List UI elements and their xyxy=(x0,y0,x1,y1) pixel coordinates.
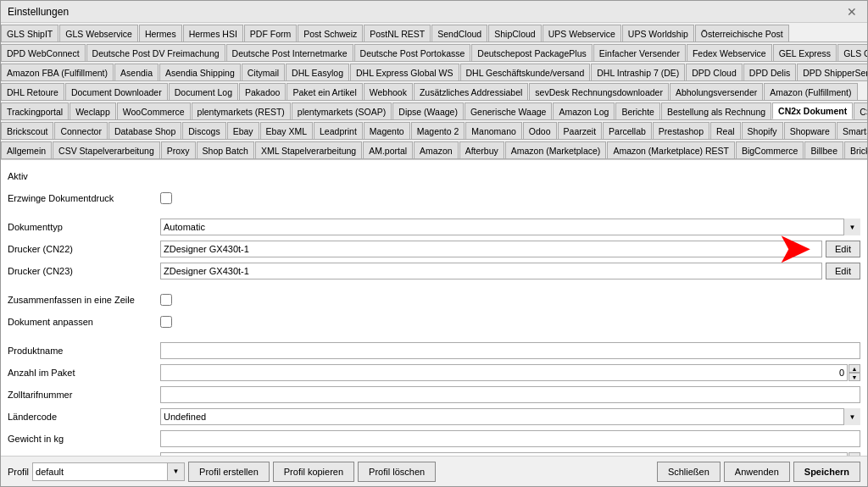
tab-dpd-cloud[interactable]: DPD Cloud xyxy=(686,64,743,80)
speichern-button[interactable]: Speichern xyxy=(793,462,860,482)
tab-am.portal[interactable]: AM.portal xyxy=(363,141,413,158)
tab-parcellab[interactable]: Parcellab xyxy=(603,122,652,139)
tab-document-log[interactable]: Document Log xyxy=(169,83,238,100)
produktname-input[interactable] xyxy=(160,342,860,359)
tab-document-downloader[interactable]: Document Downloader xyxy=(65,83,168,100)
tab-dhl-easylog[interactable]: DHL Easylog xyxy=(286,64,349,80)
tab-dhl-intraship-7-de-[interactable]: DHL Intraship 7 (DE) xyxy=(591,64,685,80)
tab-post-schweiz[interactable]: Post Schweiz xyxy=(298,25,363,42)
profil-erstellen-button[interactable]: Profil erstellen xyxy=(188,462,270,482)
tab-gls-shipit[interactable]: GLS ShipIT xyxy=(1,25,58,42)
tab-zusätzliches-addressiabel[interactable]: Zusätzliches Addressiabel xyxy=(414,83,528,100)
tab-webhook[interactable]: Webhook xyxy=(364,83,413,100)
erzwinge-checkbox[interactable] xyxy=(160,192,172,204)
drucker-cn23-input[interactable] xyxy=(160,263,822,279)
tab-real[interactable]: Real xyxy=(710,122,741,139)
tab-allgemein[interactable]: Allgemein xyxy=(1,141,52,158)
tab-shopware[interactable]: Shopware xyxy=(784,122,836,139)
tab-bigcommerce[interactable]: BigCommerce xyxy=(736,141,804,158)
tab-magento-2[interactable]: Magento 2 xyxy=(411,122,465,139)
tab-pdf-form[interactable]: PDF Form xyxy=(244,25,297,42)
anzahl-down[interactable]: ▼ xyxy=(849,373,860,381)
tab-abholungsversender[interactable]: Abholungsversender xyxy=(670,83,763,100)
tab-gls-gepard[interactable]: GLS Gepard xyxy=(837,44,867,61)
tab-fedex-webservice[interactable]: Fedex Webservice xyxy=(687,44,772,61)
tab-csv-log[interactable]: CSV Log xyxy=(854,102,867,119)
tab-dhl-retoure[interactable]: DHL Retoure xyxy=(1,83,64,100)
tab-database-shop[interactable]: Database Shop xyxy=(108,122,181,139)
tab-dpd-shipperservice-ch-[interactable]: DPD ShipperService (CH) xyxy=(797,64,867,80)
tab-österreichische-post[interactable]: Österreichische Post xyxy=(695,25,789,42)
tab-connector[interactable]: Connector xyxy=(54,122,107,139)
dokumenttyp-arrow[interactable]: ▼ xyxy=(843,219,860,235)
tab-dipse-waage-[interactable]: Dipse (Waage) xyxy=(392,102,464,119)
tab-shopify[interactable]: Shopify xyxy=(742,122,783,139)
anwenden-button[interactable]: Anwenden xyxy=(724,462,790,482)
tab-ups-worldship[interactable]: UPS Worldship xyxy=(622,25,694,42)
tab-weclapp[interactable]: Weclapp xyxy=(70,102,116,119)
tab-amazon-log[interactable]: Amazon Log xyxy=(553,102,615,119)
tab-shipcloud[interactable]: ShipCloud xyxy=(488,25,541,42)
tab-shop-batch[interactable]: Shop Batch xyxy=(197,141,254,158)
tab-hermes-hsi[interactable]: Hermes HSI xyxy=(183,25,243,42)
tab-gel-express[interactable]: GEL Express xyxy=(773,44,837,61)
profil-kopieren-button[interactable]: Profil kopieren xyxy=(273,462,354,482)
tab-dhl-geschäftskunde-versand[interactable]: DHL Geschäftskunde/versand xyxy=(460,64,591,80)
tab-amazon-marketplace-[interactable]: Amazon (Marketplace) xyxy=(505,141,607,158)
tab-berichte[interactable]: Berichte xyxy=(615,102,660,119)
tab-xml-stapelverarbeitung[interactable]: XML Stapelverarbeitung xyxy=(255,141,362,158)
tab-asendia-shipping[interactable]: Asendia Shipping xyxy=(159,64,241,80)
tab-hermes[interactable]: Hermes xyxy=(139,25,182,42)
tab-dpd-delis[interactable]: DPD Delis xyxy=(743,64,796,80)
tab-ups-webservice[interactable]: UPS Webservice xyxy=(542,25,621,42)
dokument-anpassen-checkbox[interactable] xyxy=(160,316,172,328)
zusammenfassen-checkbox[interactable] xyxy=(160,294,172,306)
tab-deutsche-post-internetmarke[interactable]: Deutsche Post Internetmarke xyxy=(226,44,353,61)
tab-dpd-webconnect[interactable]: DPD WebConnect xyxy=(1,44,86,61)
close-button[interactable]: ✕ xyxy=(843,5,860,19)
drucker-cn22-input[interactable] xyxy=(160,241,822,257)
drucker-cn22-edit-button[interactable]: Edit xyxy=(826,241,860,257)
tab-generische-waage[interactable]: Generische Waage xyxy=(465,102,553,119)
tab-ebay[interactable]: Ebay xyxy=(227,122,259,139)
drucker-cn23-edit-button[interactable]: Edit xyxy=(826,263,860,279)
tab-afterbuy[interactable]: Afterbuy xyxy=(459,141,504,158)
tab-magento[interactable]: Magento xyxy=(364,122,410,139)
tab-postnl-rest[interactable]: PostNL REST xyxy=(364,25,431,42)
tab-asendia[interactable]: Asendia xyxy=(114,64,159,80)
tab-pakadoo[interactable]: Pakadoo xyxy=(239,83,286,100)
laendercode-arrow[interactable]: ▼ xyxy=(843,408,860,425)
tab-leadprint[interactable]: Leadprint xyxy=(314,122,363,139)
tab-trackingportal[interactable]: Trackingportal xyxy=(1,102,69,119)
tab-woocommerce[interactable]: WooCommerce xyxy=(117,102,191,119)
tab-amazon-fba-fulfillment-[interactable]: Amazon FBA (Fulfillment) xyxy=(1,64,114,80)
schliessen-button[interactable]: Schließen xyxy=(657,462,721,482)
anzahl-input[interactable] xyxy=(160,364,848,381)
tab-deutsche-post-dv-freimachung[interactable]: Deutsche Post DV Freimachung xyxy=(86,44,225,61)
tab-paket-ein-artikel[interactable]: Paket ein Artikel xyxy=(287,83,362,100)
tab-bricklink[interactable]: Bricklink xyxy=(844,141,867,158)
tab-discogs[interactable]: Discogs xyxy=(182,122,225,139)
tab-ebay-xml[interactable]: Ebay XML xyxy=(260,122,313,139)
tab-manomano[interactable]: Manomano xyxy=(465,122,522,139)
dokumenttyp-input[interactable] xyxy=(160,219,860,235)
tab-amazon-fulfillment-[interactable]: Amazon (Fulfillment) xyxy=(764,83,857,100)
tab-sevdesk-rechnungsdownloader[interactable]: sevDesk Rechnungsdownloader xyxy=(529,83,669,100)
profil-loeschen-button[interactable]: Profil löschen xyxy=(358,462,436,482)
tab-bestellung-als-rechnung[interactable]: Bestellung als Rechnung xyxy=(661,102,771,119)
tab-smartstore.net[interactable]: SmartStore.NET xyxy=(837,122,867,139)
tab-prestashop[interactable]: Prestashop xyxy=(653,122,709,139)
tab-amazon[interactable]: Amazon xyxy=(414,141,459,158)
zolltarif-input[interactable] xyxy=(160,386,860,403)
tab-paarzeit[interactable]: Paarzeit xyxy=(558,122,603,139)
tab-csv-stapelverarbeitung[interactable]: CSV Stapelverarbeitung xyxy=(53,141,160,158)
tab-gls-webservice[interactable]: GLS Webservice xyxy=(59,25,138,42)
tab-plentymarkets-soap-[interactable]: plentymarkets (SOAP) xyxy=(292,102,392,119)
tab-cn2x-dokument[interactable]: CN2x Dokument xyxy=(772,102,853,119)
tab-odoo[interactable]: Odoo xyxy=(523,122,557,139)
tab-citymail[interactable]: Citymail xyxy=(242,64,285,80)
tab-amazon-marketplace-rest[interactable]: Amazon (Marketplace) REST xyxy=(607,141,735,158)
anzahl-up[interactable]: ▲ xyxy=(849,364,860,373)
tab-dhl-express-global-ws[interactable]: DHL Express Global WS xyxy=(350,64,459,80)
laendercode-input[interactable] xyxy=(160,408,860,425)
